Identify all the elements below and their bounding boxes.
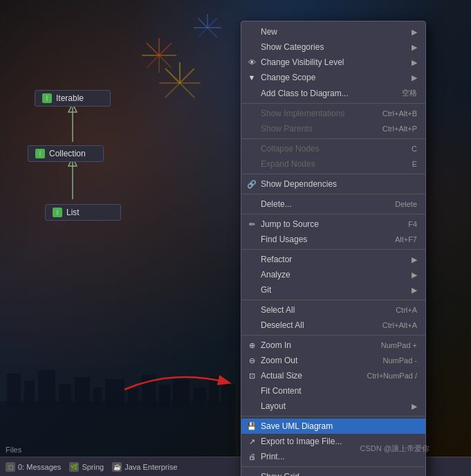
- menu-item-save-uml-label: Save UML Diagram: [261, 421, 333, 431]
- interface-icon-list: I: [53, 208, 62, 217]
- menu-item-jump-to-source[interactable]: ✏ Jump to Source F4: [241, 217, 425, 232]
- save-icon: 💾: [247, 421, 257, 431]
- menu-item-show-parents[interactable]: Show Parents Ctrl+Alt+P: [241, 121, 425, 136]
- menu-item-show-categories-label: Show Categories: [261, 42, 324, 52]
- menu-item-show-categories[interactable]: Show Categories ▶: [241, 39, 425, 55]
- bottom-bar-java-enterprise[interactable]: ☕ Java Enterprise: [112, 462, 177, 472]
- menu-item-add-class-label: Add Class to Diagram...: [261, 89, 349, 98]
- separator-5: [241, 214, 425, 214]
- interface-icon-iterable: I: [42, 93, 52, 103]
- menu-item-change-visibility-label: Change Visibility Level: [261, 57, 344, 67]
- menu-item-show-implementations[interactable]: Show Implementations Ctrl+Alt+B: [241, 106, 425, 121]
- menu-item-deselect-all-label: Deselect All: [261, 320, 304, 330]
- svg-rect-30: [128, 389, 138, 407]
- uml-node-label-collection: Collection: [49, 149, 86, 158]
- menu-item-layout-label: Layout: [261, 401, 286, 411]
- menu-item-git-label: Git: [261, 285, 271, 295]
- context-menu: New ▶ Show Categories ▶ 👁 Change Visibil…: [241, 21, 426, 476]
- svg-rect-25: [38, 370, 55, 407]
- svg-line-11: [207, 28, 217, 37]
- uml-node-iterable[interactable]: I Iterable: [35, 90, 111, 107]
- menu-item-zoom-in-label: Zoom In: [261, 340, 291, 350]
- zoom-in-icon: ⊕: [247, 340, 257, 350]
- uml-diagram-area: I Iterable I Collection I List: [14, 55, 235, 332]
- menu-item-actual-size[interactable]: ⊡ Actual Size Ctrl+NumPad /: [241, 368, 425, 383]
- menu-item-delete-label: Delete...: [261, 199, 292, 209]
- menu-item-add-class[interactable]: Add Class to Diagram... 空格: [241, 85, 425, 101]
- bottom-bar-messages-label: 0: Messages: [18, 463, 61, 471]
- menu-item-zoom-out-label: Zoom Out: [261, 356, 297, 365]
- menu-item-refactor-label: Refactor: [261, 255, 292, 264]
- menu-item-deselect-all[interactable]: Deselect All Ctrl+Alt+A: [241, 318, 425, 333]
- separator-7: [241, 300, 425, 300]
- menu-item-zoom-out[interactable]: ⊖ Zoom Out NumPad -: [241, 353, 425, 368]
- menu-item-zoom-in[interactable]: ⊕ Zoom In NumPad +: [241, 338, 425, 353]
- uml-node-label-iterable: Iterable: [56, 93, 84, 103]
- menu-item-save-uml[interactable]: 💾 Save UML Diagram: [241, 419, 425, 434]
- menu-item-fit-content-label: Fit Content: [261, 386, 302, 396]
- svg-rect-31: [142, 375, 156, 407]
- uml-node-label-list: List: [66, 208, 80, 217]
- menu-item-collapse-nodes-label: Collapse Nodes: [261, 144, 320, 154]
- menu-item-show-implementations-shortcut: Ctrl+Alt+B: [382, 109, 417, 118]
- actual-size-icon: ⊡: [247, 371, 257, 381]
- watermark: CSDN @讓上帝爱你: [360, 443, 430, 454]
- svg-rect-28: [93, 387, 102, 407]
- files-label: Files: [6, 446, 21, 454]
- svg-line-14: [198, 18, 207, 28]
- separator-2: [241, 138, 425, 139]
- menu-item-expand-nodes[interactable]: Expand Nodes E: [241, 156, 425, 172]
- menu-item-fit-content[interactable]: Fit Content: [241, 383, 425, 399]
- menu-item-show-parents-shortcut: Ctrl+Alt+P: [382, 125, 417, 133]
- menu-item-show-grid[interactable]: Show Grid: [241, 469, 425, 476]
- separator-1: [241, 103, 425, 104]
- menu-item-find-usages-label: Find Usages: [261, 235, 307, 244]
- svg-rect-36: [221, 384, 235, 407]
- menu-item-select-all[interactable]: Select All Ctrl+A: [241, 302, 425, 318]
- uml-node-collection[interactable]: I Collection: [28, 145, 104, 162]
- menu-item-refactor[interactable]: Refactor ▶: [241, 252, 425, 267]
- menu-item-show-implementations-label: Show Implementations: [261, 109, 344, 118]
- menu-item-export-image-label: Export to Image File...: [261, 437, 342, 446]
- menu-item-find-usages[interactable]: Find Usages Alt+F7: [241, 232, 425, 247]
- link-icon: 🔗: [247, 179, 257, 189]
- menu-item-show-categories-arrow: ▶: [412, 43, 417, 52]
- menu-item-git[interactable]: Git ▶: [241, 282, 425, 298]
- separator-3: [241, 174, 425, 174]
- menu-item-show-grid-label: Show Grid: [261, 472, 299, 476]
- menu-item-zoom-in-shortcut: NumPad +: [381, 341, 417, 349]
- menu-item-zoom-out-shortcut: NumPad -: [382, 356, 417, 365]
- menu-item-change-visibility-arrow: ▶: [412, 58, 417, 67]
- separator-8: [241, 335, 425, 336]
- menu-item-show-dependencies[interactable]: 🔗 Show Dependencies: [241, 176, 425, 192]
- menu-item-layout[interactable]: Layout ▶: [241, 399, 425, 414]
- bottom-bar-messages[interactable]: ◻ 0: Messages: [6, 462, 61, 472]
- uml-node-list[interactable]: I List: [45, 204, 121, 221]
- menu-item-layout-arrow: ▶: [412, 402, 417, 411]
- menu-item-add-class-shortcut: 空格: [402, 88, 417, 98]
- menu-item-change-scope-label: Change Scope: [261, 73, 315, 82]
- svg-line-9: [207, 18, 217, 28]
- pencil-icon: ✏: [247, 219, 257, 229]
- menu-item-change-scope[interactable]: ▼ Change Scope ▶: [241, 70, 425, 85]
- menu-item-delete[interactable]: Delete... Delete: [241, 196, 425, 212]
- menu-item-jump-to-source-shortcut: F4: [408, 220, 417, 228]
- menu-item-new-label: New: [261, 27, 277, 37]
- menu-item-delete-shortcut: Delete: [395, 200, 417, 208]
- eye-icon: 👁: [247, 57, 257, 67]
- svg-line-7: [147, 43, 159, 55]
- svg-rect-35: [209, 377, 219, 407]
- bottom-bar-java-enterprise-label: Java Enterprise: [124, 463, 177, 471]
- menu-item-print-label: Print...: [261, 452, 285, 461]
- java-enterprise-icon: ☕: [112, 462, 122, 472]
- menu-item-change-visibility[interactable]: 👁 Change Visibility Level ▶: [241, 55, 425, 70]
- menu-item-actual-size-label: Actual Size: [261, 371, 302, 381]
- svg-rect-34: [194, 387, 206, 407]
- menu-item-select-all-shortcut: Ctrl+A: [396, 306, 417, 314]
- menu-item-collapse-nodes[interactable]: Collapse Nodes C: [241, 141, 425, 156]
- menu-item-analyze[interactable]: Analyze ▶: [241, 267, 425, 282]
- menu-item-new[interactable]: New ▶: [241, 24, 425, 39]
- bottom-bar-spring[interactable]: 🌿 Spring: [69, 462, 104, 472]
- interface-icon-collection: I: [35, 149, 45, 158]
- svg-rect-29: [105, 379, 124, 407]
